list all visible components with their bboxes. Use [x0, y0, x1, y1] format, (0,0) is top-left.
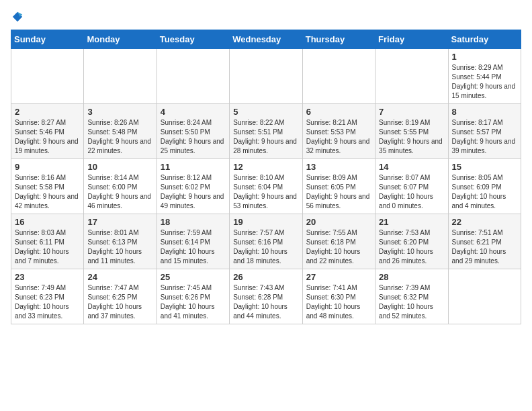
calendar-cell: 1Sunrise: 8:29 AM Sunset: 5:44 PM Daylig…: [448, 49, 521, 104]
day-number: 14: [379, 162, 444, 172]
day-info: Sunrise: 8:01 AM Sunset: 6:13 PM Dayligh…: [87, 228, 152, 266]
calendar-cell: [84, 49, 157, 104]
week-row-2: 2Sunrise: 8:27 AM Sunset: 5:46 PM Daylig…: [11, 104, 521, 159]
day-number: 4: [161, 107, 226, 117]
day-number: 15: [452, 162, 517, 172]
logo: [11, 11, 24, 23]
day-info: Sunrise: 8:12 AM Sunset: 6:02 PM Dayligh…: [161, 173, 226, 211]
calendar-cell: [302, 49, 375, 104]
day-number: 17: [87, 217, 152, 227]
day-info: Sunrise: 8:03 AM Sunset: 6:11 PM Dayligh…: [15, 228, 80, 266]
day-info: Sunrise: 8:10 AM Sunset: 6:04 PM Dayligh…: [233, 173, 298, 211]
calendar-cell: 17Sunrise: 8:01 AM Sunset: 6:13 PM Dayli…: [84, 214, 157, 269]
day-info: Sunrise: 8:16 AM Sunset: 5:58 PM Dayligh…: [15, 173, 80, 211]
day-info: Sunrise: 7:43 AM Sunset: 6:28 PM Dayligh…: [233, 283, 298, 321]
day-info: Sunrise: 8:19 AM Sunset: 5:55 PM Dayligh…: [379, 118, 444, 156]
day-info: Sunrise: 7:59 AM Sunset: 6:14 PM Dayligh…: [161, 228, 226, 266]
day-number: 22: [452, 217, 517, 227]
day-info: Sunrise: 8:24 AM Sunset: 5:50 PM Dayligh…: [161, 118, 226, 156]
day-info: Sunrise: 8:14 AM Sunset: 6:00 PM Dayligh…: [87, 173, 152, 211]
day-number: 28: [379, 272, 444, 282]
calendar-cell: 10Sunrise: 8:14 AM Sunset: 6:00 PM Dayli…: [84, 159, 157, 214]
calendar-cell: 24Sunrise: 7:47 AM Sunset: 6:25 PM Dayli…: [84, 269, 157, 324]
day-info: Sunrise: 8:09 AM Sunset: 6:05 PM Dayligh…: [306, 173, 371, 211]
calendar-header-row: SundayMondayTuesdayWednesdayThursdayFrid…: [11, 30, 521, 49]
day-info: Sunrise: 8:22 AM Sunset: 5:51 PM Dayligh…: [233, 118, 298, 156]
day-info: Sunrise: 8:27 AM Sunset: 5:46 PM Dayligh…: [15, 118, 80, 156]
day-number: 21: [379, 217, 444, 227]
day-number: 8: [452, 107, 517, 117]
day-header-friday: Friday: [375, 30, 448, 49]
logo-icon: [11, 11, 24, 23]
calendar-cell: 4Sunrise: 8:24 AM Sunset: 5:50 PM Daylig…: [157, 104, 229, 159]
calendar: SundayMondayTuesdayWednesdayThursdayFrid…: [11, 30, 521, 324]
calendar-cell: 19Sunrise: 7:57 AM Sunset: 6:16 PM Dayli…: [230, 214, 302, 269]
day-number: 27: [306, 272, 371, 282]
day-info: Sunrise: 7:47 AM Sunset: 6:25 PM Dayligh…: [87, 283, 152, 321]
calendar-cell: 27Sunrise: 7:41 AM Sunset: 6:30 PM Dayli…: [302, 269, 375, 324]
day-header-saturday: Saturday: [448, 30, 521, 49]
day-info: Sunrise: 7:49 AM Sunset: 6:23 PM Dayligh…: [15, 283, 80, 321]
day-number: 9: [15, 162, 80, 172]
day-info: Sunrise: 7:55 AM Sunset: 6:18 PM Dayligh…: [306, 228, 371, 266]
day-info: Sunrise: 8:17 AM Sunset: 5:57 PM Dayligh…: [452, 118, 517, 156]
day-number: 26: [233, 272, 298, 282]
calendar-cell: [375, 49, 448, 104]
day-header-sunday: Sunday: [11, 30, 84, 49]
calendar-cell: 3Sunrise: 8:26 AM Sunset: 5:48 PM Daylig…: [84, 104, 157, 159]
day-info: Sunrise: 7:53 AM Sunset: 6:20 PM Dayligh…: [379, 228, 444, 266]
calendar-cell: [230, 49, 302, 104]
calendar-cell: 16Sunrise: 8:03 AM Sunset: 6:11 PM Dayli…: [11, 214, 84, 269]
day-info: Sunrise: 7:51 AM Sunset: 6:21 PM Dayligh…: [452, 228, 517, 266]
calendar-cell: 20Sunrise: 7:55 AM Sunset: 6:18 PM Dayli…: [302, 214, 375, 269]
calendar-cell: 8Sunrise: 8:17 AM Sunset: 5:57 PM Daylig…: [448, 104, 521, 159]
calendar-cell: 5Sunrise: 8:22 AM Sunset: 5:51 PM Daylig…: [230, 104, 302, 159]
day-number: 1: [452, 52, 517, 62]
week-row-4: 16Sunrise: 8:03 AM Sunset: 6:11 PM Dayli…: [11, 214, 521, 269]
day-number: 12: [233, 162, 298, 172]
calendar-cell: 18Sunrise: 7:59 AM Sunset: 6:14 PM Dayli…: [157, 214, 229, 269]
day-info: Sunrise: 8:21 AM Sunset: 5:53 PM Dayligh…: [306, 118, 371, 156]
day-info: Sunrise: 8:07 AM Sunset: 6:07 PM Dayligh…: [379, 173, 444, 211]
day-info: Sunrise: 7:39 AM Sunset: 6:32 PM Dayligh…: [379, 283, 444, 321]
day-info: Sunrise: 7:41 AM Sunset: 6:30 PM Dayligh…: [306, 283, 371, 321]
calendar-cell: 28Sunrise: 7:39 AM Sunset: 6:32 PM Dayli…: [375, 269, 448, 324]
day-number: 11: [161, 162, 226, 172]
day-info: Sunrise: 7:45 AM Sunset: 6:26 PM Dayligh…: [161, 283, 226, 321]
day-header-monday: Monday: [84, 30, 157, 49]
calendar-cell: [448, 269, 521, 324]
calendar-cell: 2Sunrise: 8:27 AM Sunset: 5:46 PM Daylig…: [11, 104, 84, 159]
day-number: 19: [233, 217, 298, 227]
week-row-3: 9Sunrise: 8:16 AM Sunset: 5:58 PM Daylig…: [11, 159, 521, 214]
day-number: 20: [306, 217, 371, 227]
day-info: Sunrise: 8:29 AM Sunset: 5:44 PM Dayligh…: [452, 63, 517, 101]
day-number: 18: [161, 217, 226, 227]
calendar-cell: 13Sunrise: 8:09 AM Sunset: 6:05 PM Dayli…: [302, 159, 375, 214]
calendar-body: 1Sunrise: 8:29 AM Sunset: 5:44 PM Daylig…: [11, 49, 521, 324]
svg-marker-0: [13, 12, 22, 21]
day-number: 3: [87, 107, 152, 117]
calendar-cell: 7Sunrise: 8:19 AM Sunset: 5:55 PM Daylig…: [375, 104, 448, 159]
calendar-cell: 12Sunrise: 8:10 AM Sunset: 6:04 PM Dayli…: [230, 159, 302, 214]
calendar-cell: 25Sunrise: 7:45 AM Sunset: 6:26 PM Dayli…: [157, 269, 229, 324]
day-info: Sunrise: 7:57 AM Sunset: 6:16 PM Dayligh…: [233, 228, 298, 266]
day-info: Sunrise: 8:26 AM Sunset: 5:48 PM Dayligh…: [87, 118, 152, 156]
day-number: 7: [379, 107, 444, 117]
day-number: 13: [306, 162, 371, 172]
calendar-cell: [157, 49, 229, 104]
day-header-wednesday: Wednesday: [230, 30, 302, 49]
page-header: [11, 11, 521, 23]
day-number: 24: [87, 272, 152, 282]
calendar-cell: 22Sunrise: 7:51 AM Sunset: 6:21 PM Dayli…: [448, 214, 521, 269]
day-number: 10: [87, 162, 152, 172]
calendar-cell: 11Sunrise: 8:12 AM Sunset: 6:02 PM Dayli…: [157, 159, 229, 214]
day-number: 25: [161, 272, 226, 282]
calendar-cell: [11, 49, 84, 104]
week-row-5: 23Sunrise: 7:49 AM Sunset: 6:23 PM Dayli…: [11, 269, 521, 324]
day-header-thursday: Thursday: [302, 30, 375, 49]
calendar-cell: 21Sunrise: 7:53 AM Sunset: 6:20 PM Dayli…: [375, 214, 448, 269]
calendar-cell: 15Sunrise: 8:05 AM Sunset: 6:09 PM Dayli…: [448, 159, 521, 214]
week-row-1: 1Sunrise: 8:29 AM Sunset: 5:44 PM Daylig…: [11, 49, 521, 104]
day-info: Sunrise: 8:05 AM Sunset: 6:09 PM Dayligh…: [452, 173, 517, 211]
calendar-cell: 26Sunrise: 7:43 AM Sunset: 6:28 PM Dayli…: [230, 269, 302, 324]
